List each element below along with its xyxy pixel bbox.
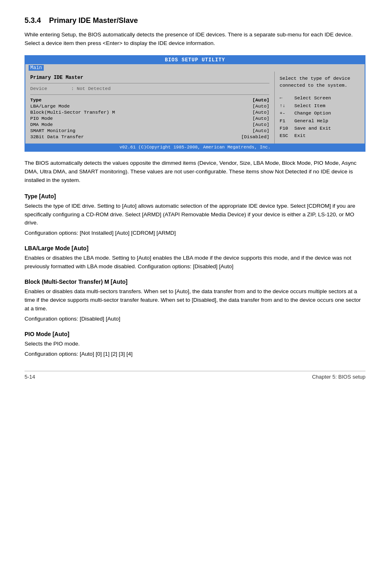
bios-key-row: +-Change Option — [280, 110, 360, 117]
bios-setting-val: [Auto] — [253, 122, 269, 127]
subsection-body: Selects the PIO mode. — [25, 340, 365, 348]
bios-setting-key: Type — [30, 97, 42, 103]
bios-title-bar: BIOS SETUP UTILITY — [25, 56, 365, 64]
bios-setting-val: [Disabled] — [241, 134, 269, 139]
bios-device-row: Device : Not Detected — [30, 86, 269, 91]
bios-setting-key: SMART Monitoring — [30, 128, 75, 133]
bios-setting-key: DMA Mode — [30, 122, 53, 127]
bios-setting-val: [Auto] — [253, 128, 269, 133]
subsection-heading: LBA/Large Mode [Auto] — [25, 245, 365, 251]
bios-key-row: F10Save and Exit — [280, 125, 360, 132]
intro-paragraph: While entering Setup, the BIOS automatic… — [25, 31, 365, 48]
bios-help-text: Select the type of device connected to t… — [280, 75, 360, 89]
bios-key-sym: F10 — [280, 125, 293, 132]
bios-menu-bar: Main — [25, 64, 365, 72]
bios-right-panel: Select the type of device connected to t… — [275, 72, 365, 144]
subsection-body: Enables or disables the LBA mode. Settin… — [25, 254, 365, 271]
bios-footer: v02.61 (C)Copyright 1985-2008, American … — [25, 144, 365, 151]
bios-key-row: ←Select Screen — [280, 94, 360, 102]
bios-key-desc: Save and Exit — [294, 125, 331, 132]
bios-key-sym: ESC — [280, 132, 293, 139]
bios-key-desc: Select Screen — [294, 94, 331, 102]
bios-section-title: Primary IDE Master — [30, 75, 269, 81]
page-footer: 5-14 Chapter 5: BIOS setup — [25, 371, 365, 380]
bios-left-panel: Primary IDE Master Device : Not Detected… — [25, 72, 275, 144]
bios-setting-val: [Auto] — [253, 116, 269, 121]
section-heading: 5.3.4 Primary IDE Master/Slave — [25, 16, 365, 25]
bios-setting-key: Block(Multi-Sector Transfer) M — [30, 110, 115, 115]
footer-chapter: Chapter 5: BIOS setup — [312, 374, 365, 380]
bios-key-desc: General Help — [294, 117, 328, 125]
bios-screenshot: BIOS SETUP UTILITY Main Primary IDE Mast… — [25, 55, 365, 152]
bios-setting-row: DMA Mode[Auto] — [30, 122, 269, 127]
subsection-body: Selects the type of IDE drive. Setting t… — [25, 202, 365, 228]
bios-menu-active: Main — [29, 65, 44, 71]
bios-setting-row: Type[Auto] — [30, 97, 269, 103]
bios-setting-val: [Auto] — [253, 110, 269, 115]
bios-setting-row: Block(Multi-Sector Transfer) M[Auto] — [30, 110, 269, 115]
bios-setting-row: PIO Mode[Auto] — [30, 116, 269, 121]
subsection-heading: Type [Auto] — [25, 193, 365, 200]
bios-key-desc: Change Option — [294, 110, 331, 117]
bios-device-value: : Not Detected — [71, 86, 111, 91]
bios-setting-row: 32Bit Data Transfer[Disabled] — [30, 134, 269, 139]
bios-key-row: ↑↓Select Item — [280, 102, 360, 110]
subsection-config: Configuration options: [Not Installed] [… — [25, 229, 365, 238]
subsections: Type [Auto]Selects the type of IDE drive… — [25, 193, 365, 359]
bios-setting-key: PIO Mode — [30, 116, 53, 121]
bios-setting-key: LBA/Large Mode — [30, 103, 70, 109]
bios-device-label: Device — [30, 86, 67, 91]
subsection-config: Configuration options: [Disabled] [Auto] — [25, 315, 365, 323]
bios-setting-key: 32Bit Data Transfer — [30, 134, 84, 139]
subsection-heading: PIO Mode [Auto] — [25, 331, 365, 337]
bios-setting-row: LBA/Large Mode[Auto] — [30, 103, 269, 109]
bios-key-sym: ↑↓ — [280, 102, 293, 110]
bios-keys-list: ←Select Screen↑↓Select Item+-Change Opti… — [280, 94, 360, 139]
bios-setting-val: [Auto] — [253, 97, 269, 103]
bios-settings-list: Type[Auto]LBA/Large Mode[Auto]Block(Mult… — [30, 97, 269, 139]
bios-key-sym: F1 — [280, 117, 293, 125]
bios-key-sym: +- — [280, 110, 293, 117]
auto-detect-paragraph: The BIOS automatically detects the value… — [25, 159, 365, 185]
bios-key-sym: ← — [280, 94, 293, 102]
subsection-body: Enables or disables data multi-sectors t… — [25, 287, 365, 313]
bios-content-area: Primary IDE Master Device : Not Detected… — [25, 72, 365, 144]
bios-key-desc: Select Item — [294, 102, 325, 110]
subsection-heading: Block (Multi-Sector Transfer) M [Auto] — [25, 278, 365, 285]
bios-key-row: F1General Help — [280, 117, 360, 125]
bios-setting-row: SMART Monitoring[Auto] — [30, 128, 269, 133]
bios-setting-val: [Auto] — [253, 103, 269, 109]
bios-key-row: ESCExit — [280, 132, 360, 139]
footer-page-number: 5-14 — [25, 374, 35, 380]
subsection-config: Configuration options: [Auto] [0] [1] [2… — [25, 350, 365, 359]
bios-key-desc: Exit — [294, 132, 306, 139]
